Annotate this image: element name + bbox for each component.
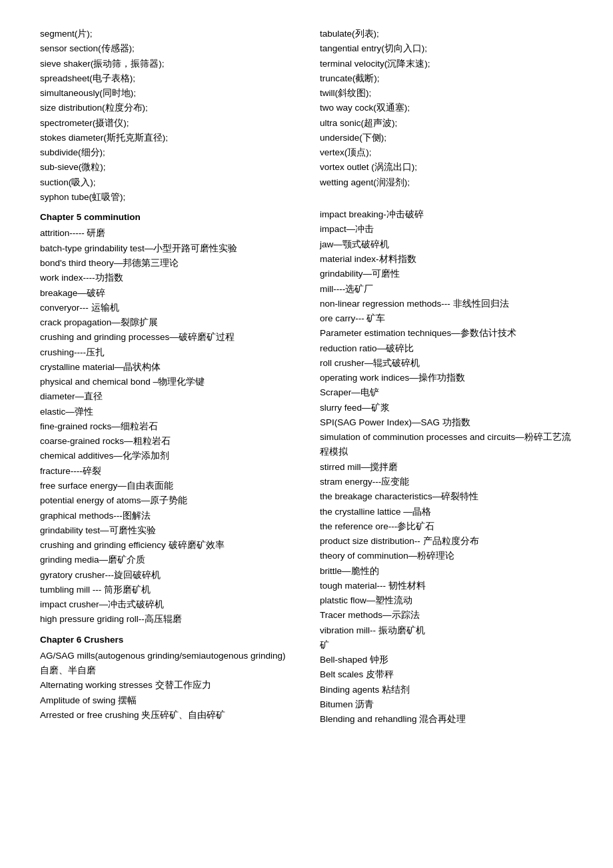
list-item: operating work indices—操作功指数: [320, 371, 573, 385]
list-item: underside(下侧);: [320, 131, 573, 145]
list-item: impact crusher—冲击式破碎机: [40, 597, 293, 612]
list-item: two way cock(双通塞);: [320, 101, 573, 115]
list-item: fine-grained rocks—细粒岩石: [40, 419, 293, 434]
list-item: potential energy of atoms—原子势能: [40, 493, 293, 508]
list-item: tabulate(列表);: [320, 27, 573, 41]
list-item: gyratory crusher---旋回破碎机: [40, 568, 293, 583]
list-item: simultaneously(同时地);: [40, 86, 293, 101]
list-item: the reference ore---参比矿石: [320, 519, 573, 534]
list-item: crushing and grinding efficiency 破碎磨矿效率: [40, 538, 293, 553]
list-item: AG/SAG mills(autogenous grinding/semiaut…: [40, 649, 293, 679]
list-item: spreadsheet(电子表格);: [40, 71, 293, 86]
list-item: sieve shaker(振动筛，振筛器);: [40, 57, 293, 71]
list-item: ultra sonic(超声波);: [320, 116, 573, 131]
list-item: impact breaking-冲击破碎: [320, 207, 573, 222]
list-item: vibration mill-- 振动磨矿机: [320, 623, 573, 638]
list-item: batch-type grindability test—小型开路可磨性实验: [40, 241, 293, 256]
list-item: high pressure griding roll--高压辊磨: [40, 612, 293, 627]
list-item: coarse-grained rocks—粗粒岩石: [40, 434, 293, 449]
list-item: 矿: [320, 638, 573, 653]
list-item: work index----功指数: [40, 271, 293, 285]
list-item: Amplitude of swing 摆幅: [40, 693, 293, 708]
list-item: segment(片);: [40, 27, 293, 41]
list-item: the crystalline lattice —晶格: [320, 505, 573, 519]
list-item: fracture----碎裂: [40, 464, 293, 479]
list-item: tough material--- 韧性材料: [320, 579, 573, 593]
list-item: diameter—直径: [40, 389, 293, 404]
list-item: jaw—颚式破碎机: [320, 237, 573, 252]
list-item: truncate(截断);: [320, 71, 573, 86]
right-column: tabulate(列表);tangential entry(切向入口);term…: [320, 27, 573, 727]
list-item: tangential entry(切向入口);: [320, 41, 573, 56]
list-item: subdivide(细分);: [40, 145, 293, 160]
list-item: terminal velocity(沉降末速);: [320, 57, 573, 71]
list-item: material index-材料指数: [320, 252, 573, 267]
list-item: vertex(顶点);: [320, 145, 573, 160]
list-item: elastic—弹性: [40, 405, 293, 419]
list-item: Binding agents 粘结剂: [320, 683, 573, 697]
list-item: sub-sieve(微粒);: [40, 160, 293, 175]
list-item: crushing----压扎: [40, 345, 293, 360]
list-item: crystalline material—晶状构体: [40, 360, 293, 375]
list-item: stokes diameter(斯托克斯直径);: [40, 131, 293, 145]
list-item: Tracer methods—示踪法: [320, 608, 573, 623]
list-item: suction(吸入);: [40, 175, 293, 190]
list-item: reduction ratio—破碎比: [320, 341, 573, 356]
list-item: stirred mill—搅拌磨: [320, 460, 573, 475]
list-item: sensor section(传感器);: [40, 41, 293, 56]
list-item: grindability—可磨性: [320, 267, 573, 281]
list-item: breakage—破碎: [40, 286, 293, 301]
list-item: theory of comminution—粉碎理论: [320, 549, 573, 563]
list-item: grindability test—可磨性实验: [40, 523, 293, 538]
list-item: twill(斜纹图);: [320, 86, 573, 101]
list-item: free surface energy—自由表面能: [40, 479, 293, 493]
list-item: platstic flow—塑性流动: [320, 593, 573, 608]
list-item: spectrometer(摄谱仪);: [40, 116, 293, 131]
list-item: grinding media—磨矿介质: [40, 553, 293, 567]
chapter5-title: Chapter 5 comminution: [40, 210, 293, 225]
list-item: impact—冲击: [320, 222, 573, 237]
list-item: Bell-shaped 钟形: [320, 653, 573, 667]
list-item: SPI(SAG Power Index)—SAG 功指数: [320, 415, 573, 430]
list-item: brittle—脆性的: [320, 564, 573, 579]
list-item: product size distribution-- 产品粒度分布: [320, 534, 573, 549]
list-item: stram energy---应变能: [320, 475, 573, 489]
list-item: syphon tube(虹吸管);: [40, 190, 293, 205]
list-item: simulation of comminution processes and …: [320, 430, 573, 460]
list-item: crushing and grinding processes—破碎磨矿过程: [40, 330, 293, 345]
list-item: mill----选矿厂: [320, 282, 573, 297]
left-column: segment(片);sensor section(传感器);sieve sha…: [40, 27, 293, 727]
list-item: physical and chemical bond –物理化学键: [40, 375, 293, 389]
list-item: Scraper—电铲: [320, 385, 573, 400]
list-item: roll crusher—辊式破碎机: [320, 356, 573, 371]
list-item: ore carry--- 矿车: [320, 311, 573, 326]
list-item: the breakage characteristics—碎裂特性: [320, 489, 573, 504]
list-item: slurry feed—矿浆: [320, 401, 573, 415]
chapter6-title: Chapter 6 Crushers: [40, 633, 293, 647]
list-item: Alternating working stresses 交替工作应力: [40, 678, 293, 693]
list-item: converyor--- 运输机: [40, 301, 293, 315]
list-item: attrition----- 研磨: [40, 226, 293, 241]
list-item: chemical additives—化学添加剂: [40, 449, 293, 463]
list-item: Blending and rehandling 混合再处理: [320, 712, 573, 727]
list-item: tumbling mill --- 筒形磨矿机: [40, 583, 293, 597]
list-item: Parameter estimation techniques—参数估计技术: [320, 326, 573, 341]
list-item: size distribution(粒度分布);: [40, 101, 293, 115]
list-item: Arrested or free crushing 夹压碎矿、自由碎矿: [40, 708, 293, 723]
list-item: Belt scales 皮带秤: [320, 667, 573, 682]
list-item: graphical methods---图解法: [40, 509, 293, 523]
list-item: non-linear regression methods--- 非线性回归法: [320, 297, 573, 311]
list-item: Bitumen 沥青: [320, 697, 573, 712]
list-item: crack propagation—裂隙扩展: [40, 315, 293, 330]
list-item: wetting agent(润湿剂);: [320, 175, 573, 190]
list-item: bond's third theory—邦德第三理论: [40, 256, 293, 271]
list-item: vortex outlet (涡流出口);: [320, 160, 573, 175]
